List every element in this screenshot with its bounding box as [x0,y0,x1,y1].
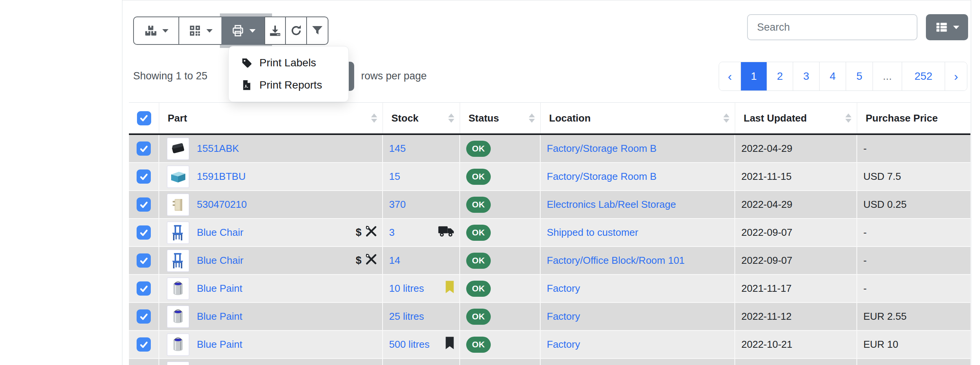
stock-link[interactable]: 145 [389,143,406,155]
location-link[interactable]: Factory/Office Block/Room 101 [547,255,685,266]
stock-link[interactable]: 370 [389,199,406,210]
download-icon [269,24,282,37]
part-link[interactable]: Blue Chair [197,227,243,238]
stock-link[interactable]: 500 litres [389,339,430,350]
status-badge: OK [466,337,491,353]
status-badge: OK [466,281,491,297]
row-checkbox[interactable] [137,197,151,212]
stock-link[interactable]: 14 [389,255,400,266]
row-checkbox[interactable] [137,309,151,324]
status-badge: OK [466,309,491,325]
search-input[interactable] [747,14,917,40]
page-button-4[interactable]: 4 [819,62,846,90]
location-link[interactable]: Electronics Lab/Reel Storage [547,199,676,210]
location-link[interactable]: Factory/Storage Room B [547,143,657,155]
parts-table: PartStockStatusLocationLast UpdatedPurch… [129,102,970,365]
row-checkbox[interactable] [137,337,151,352]
sort-arrows-icon[interactable] [371,113,377,123]
location-link[interactable]: Factory [547,339,580,350]
column-header-location[interactable]: Location [541,103,735,133]
row-select-cell [129,135,159,163]
stock-link[interactable]: 25 litres [389,311,424,322]
sort-arrows-icon[interactable] [723,113,729,123]
table-row: 530470210370OKElectronics Lab/Reel Stora… [129,191,970,219]
stock-cell: 145 [383,135,460,163]
column-header-status[interactable]: Status [460,103,541,133]
truck-icon [438,225,455,240]
page-next-button[interactable]: › [945,62,967,90]
part-cell: Blue Chair$ [159,247,383,275]
sort-arrows-icon[interactable] [845,113,851,123]
part-link[interactable]: 1591BTBU [197,171,246,182]
purchase-price-cell: USD 7.5 [857,163,970,191]
menu-item-print-labels[interactable]: Print Labels [229,52,348,74]
column-header-last-updated[interactable]: Last Updated [735,103,857,133]
part-flag-icons: $ [356,253,377,268]
status-cell [460,359,541,365]
row-checkbox[interactable] [137,169,151,184]
stock-link[interactable]: 3 [389,227,394,238]
location-link[interactable]: Shipped to customer [547,227,638,238]
print-dropdown-menu: Print LabelsPrint Reports [228,46,349,102]
part-link[interactable]: Blue Chair [197,255,243,266]
print-options-button[interactable] [221,16,265,45]
tools-icon [365,225,377,240]
stock-link[interactable]: 10 litres [389,283,424,294]
stock-cell: 370 [383,191,460,219]
location-cell: Factory [541,275,735,303]
column-header-label: Purchase Price [866,112,938,124]
column-header-stock[interactable]: Stock [383,103,460,133]
part-thumbnail [167,166,189,188]
page-button-5[interactable]: 5 [846,62,873,90]
page-button-2[interactable]: 2 [767,62,793,90]
menu-item-print-reports[interactable]: Print Reports [229,74,348,96]
location-link[interactable]: Factory/Storage Room B [547,171,657,182]
page-button-3[interactable]: 3 [793,62,819,90]
barcode-options-button[interactable] [178,16,222,45]
table-row: $ [129,359,970,365]
last-updated-cell: 2022-09-07 [735,247,857,275]
stock-link[interactable]: 15 [389,171,400,182]
row-checkbox[interactable] [137,141,151,156]
pdf-icon [241,79,252,91]
part-link[interactable]: Blue Paint [197,339,243,350]
column-header-purchase-price[interactable]: Purchase Price [857,103,970,133]
page-prev-button[interactable]: ‹ [719,62,741,90]
row-checkbox[interactable] [137,281,151,296]
pagination: ‹12345...252› [719,62,967,91]
table-body: 1551ABK145OKFactory/Storage Room B2022-0… [129,135,970,365]
location-link[interactable]: Factory [547,283,580,294]
column-visibility-button[interactable] [926,14,968,40]
table-row: Blue Chair$3OKShipped to customer2022-09… [129,219,970,247]
purchase-price-cell: - [857,275,970,303]
stock-cell: 500 litres [383,331,460,359]
part-thumbnail [167,250,189,272]
row-select-cell [129,359,159,365]
column-header-part[interactable]: Part [159,103,383,133]
part-link[interactable]: Blue Paint [197,283,243,294]
filter-button[interactable] [306,16,328,45]
location-link[interactable]: Factory [547,311,580,322]
page-button-252[interactable]: 252 [902,62,945,90]
part-link[interactable]: 530470210 [197,199,247,210]
location-cell [541,359,735,365]
sort-arrows-icon[interactable] [448,113,454,123]
stock-options-button[interactable] [133,16,179,45]
row-checkbox[interactable] [137,253,151,268]
purchase-price-cell: EUR 2.55 [857,303,970,331]
stock-flag-icons [438,225,455,240]
page-button-1[interactable]: 1 [741,62,767,90]
part-link[interactable]: Blue Paint [197,311,243,322]
row-select-cell [129,163,159,191]
row-checkbox[interactable] [137,225,151,240]
refresh-button[interactable] [285,16,307,45]
location-cell: Factory/Storage Room B [541,135,735,163]
part-thumbnail [167,222,189,244]
page-ellipsis: ... [873,62,902,90]
download-button[interactable] [264,16,286,45]
dollar-icon: $ [356,227,361,238]
part-link[interactable]: 1551ABK [197,143,239,155]
select-all-checkbox[interactable] [137,111,151,125]
sort-arrows-icon[interactable] [529,113,535,123]
part-thumbnail [167,194,189,216]
